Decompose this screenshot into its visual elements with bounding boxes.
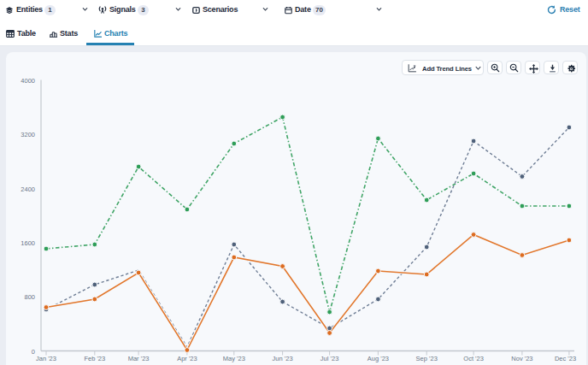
svg-text:2400: 2400 [21,185,35,193]
svg-text:800: 800 [24,293,35,301]
svg-text:Feb '23: Feb '23 [84,355,105,362]
svg-text:Apr '23: Apr '23 [177,355,197,362]
svg-text:Nov '23: Nov '23 [511,355,532,362]
svg-text:4000: 4000 [21,77,35,85]
svg-text:May '23: May '23 [223,355,245,362]
svg-text:0: 0 [32,348,35,356]
svg-text:Jun '23: Jun '23 [273,355,293,362]
svg-text:Mar '23: Mar '23 [128,355,150,362]
svg-text:Dec '23: Dec '23 [555,355,576,362]
svg-text:Aug '23: Aug '23 [368,355,389,362]
svg-text:Jul '23: Jul '23 [320,355,338,362]
svg-text:3200: 3200 [21,131,35,138]
svg-text:1600: 1600 [21,239,35,247]
svg-text:Oct '23: Oct '23 [463,355,484,362]
svg-text:Jan '23: Jan '23 [36,355,56,362]
svg-text:Sep '23: Sep '23 [416,355,438,362]
